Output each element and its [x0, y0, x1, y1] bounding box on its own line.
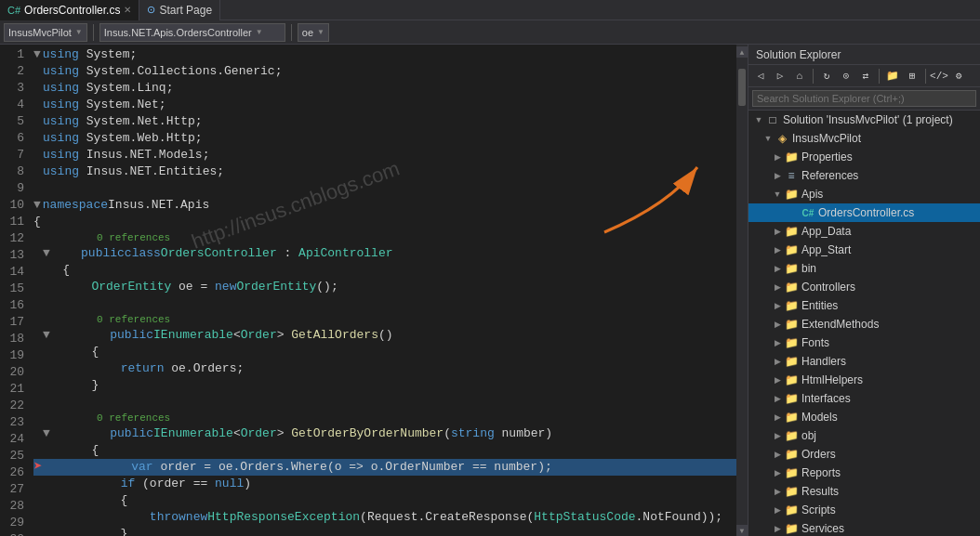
sidebar-item-services[interactable]: 📁 Services: [748, 519, 980, 536]
code-editor: 12345 678910 1112131415 1617181920 21222…: [0, 45, 736, 536]
solution-label: Solution 'InsusMvcPilot' (1 project): [783, 113, 953, 126]
sidebar-item-app-data[interactable]: 📁 App_Data: [748, 222, 980, 241]
folder-icon-interfaces: 📁: [784, 391, 799, 406]
models-label: Models: [801, 411, 838, 424]
se-search-input[interactable]: [752, 90, 976, 107]
sidebar-item-references[interactable]: ≡ References: [748, 166, 980, 185]
folder-icon-appstart: 📁: [784, 242, 799, 257]
folder-icon-results: 📁: [784, 484, 799, 499]
tab-close-orders[interactable]: ✕: [124, 5, 131, 15]
references-label: References: [801, 169, 858, 182]
code-line: {: [33, 344, 736, 360]
chevron-fonts: [771, 336, 784, 349]
scroll-down-btn[interactable]: ▼: [736, 525, 748, 536]
code-content[interactable]: ▼using System; using System.Collections.…: [30, 46, 736, 536]
sidebar-item-orders-cs[interactable]: C# OrdersController.cs: [748, 203, 980, 222]
folder-icon-fonts: 📁: [784, 335, 799, 350]
code-line: [33, 394, 736, 411]
bin-label: bin: [801, 262, 816, 275]
code-line: ▼ public IEnumerable<Order> GetAllOrders…: [33, 327, 736, 344]
sidebar-item-reports[interactable]: 📁 Reports: [748, 464, 980, 482]
class-dropdown[interactable]: Insus.NET.Apis.OrdersController ▼: [99, 23, 285, 42]
se-home-btn[interactable]: ⌂: [791, 68, 808, 85]
code-line: return oe.Orders;: [33, 360, 736, 377]
sidebar-item-results[interactable]: 📁 Results: [748, 482, 980, 501]
code-lines: 12345 678910 1112131415 1617181920 21222…: [0, 45, 736, 536]
se-code-view-btn[interactable]: </>: [931, 68, 947, 85]
chevron-obj: [771, 429, 784, 442]
se-back-btn[interactable]: ◁: [752, 68, 769, 85]
chevron-html-helpers: [771, 373, 784, 386]
code-line: }: [33, 526, 736, 536]
scripts-label: Scripts: [801, 503, 836, 516]
folder-icon-scripts: 📁: [784, 503, 799, 517]
folder-icon-controllers: 📁: [784, 280, 799, 294]
sidebar-item-html-helpers[interactable]: 📁 HtmlHelpers: [748, 371, 980, 389]
reports-label: Reports: [801, 466, 841, 479]
code-line: {: [33, 492, 736, 509]
sidebar-item-bin[interactable]: 📁 bin: [748, 259, 980, 278]
sidebar-item-entities[interactable]: 📁 Entities: [748, 296, 980, 315]
sidebar-item-obj[interactable]: 📁 obj: [748, 426, 980, 445]
tab-orders-label: OrdersController.cs: [24, 4, 120, 17]
sidebar-item-handlers[interactable]: 📁 Handlers: [748, 352, 980, 371]
member-dropdown[interactable]: oe ▼: [298, 23, 329, 42]
se-sync-btn[interactable]: ⇄: [857, 68, 874, 85]
sidebar-item-interfaces[interactable]: 📁 Interfaces: [748, 389, 980, 408]
sidebar-item-solution[interactable]: □ Solution 'InsusMvcPilot' (1 project): [748, 111, 980, 129]
sidebar-item-project[interactable]: ◈ InsusMvcPilot: [748, 129, 980, 148]
se-refresh-btn[interactable]: ↻: [818, 68, 835, 85]
cs-file-icon: C#: [801, 205, 815, 220]
scroll-up-btn[interactable]: ▲: [736, 46, 748, 58]
start-icon: ⊙: [147, 4, 155, 16]
sidebar-item-extend-methods[interactable]: 📁 ExtendMethods: [748, 315, 980, 333]
code-line: ▼namespace Insus.NET.Apis: [33, 197, 736, 214]
se-sep-1: [813, 69, 814, 84]
extend-methods-label: ExtendMethods: [801, 318, 879, 331]
editor-scrollbar[interactable]: ▲ ▼: [736, 45, 748, 536]
tab-start-page[interactable]: ⊙ Start Page: [139, 0, 220, 20]
references-icon: ≡: [784, 168, 799, 183]
sidebar-item-models[interactable]: 📁 Models: [748, 408, 980, 426]
orders-folder-label: Orders: [801, 448, 836, 461]
results-label: Results: [801, 485, 839, 498]
folder-icon-obj: 📁: [784, 428, 799, 443]
member-dropdown-label: oe: [302, 27, 313, 38]
orders-cs-label: OrdersController.cs: [818, 206, 914, 219]
sidebar-item-app-start[interactable]: 📁 App_Start: [748, 241, 980, 259]
sidebar-item-properties[interactable]: 📁 Properties: [748, 148, 980, 166]
entities-label: Entities: [801, 299, 838, 312]
ref-label-16: 0 references: [33, 312, 736, 327]
ref-label-12: 0 references: [33, 230, 736, 245]
se-sep-3: [925, 69, 926, 84]
chevron-bin: [771, 262, 784, 275]
se-properties-btn[interactable]: ⚙: [950, 68, 967, 85]
se-forward-btn[interactable]: ▷: [772, 68, 788, 85]
sidebar-item-orders[interactable]: 📁 Orders: [748, 445, 980, 464]
sidebar-item-controllers[interactable]: 📁 Controllers: [748, 278, 980, 296]
tab-orders-controller[interactable]: C# OrdersController.cs ✕: [0, 0, 139, 20]
code-line: using Insus.NET.Models;: [33, 147, 736, 163]
chevron-interfaces: [771, 392, 784, 405]
se-new-folder-btn[interactable]: 📁: [884, 68, 901, 85]
chevron-solution: [752, 113, 765, 126]
folder-icon-html: 📁: [784, 373, 799, 387]
main-content: 12345 678910 1112131415 1617181920 21222…: [0, 45, 980, 536]
project-dropdown[interactable]: InsusMvcPilot ▼: [4, 23, 87, 42]
scroll-track[interactable]: [738, 59, 746, 523]
sidebar-item-fonts[interactable]: 📁 Fonts: [748, 333, 980, 352]
project-label: InsusMvcPilot: [792, 132, 861, 145]
scroll-thumb[interactable]: [738, 69, 746, 106]
sidebar-item-apis[interactable]: 📁 Apis: [748, 185, 980, 203]
folder-icon-models: 📁: [784, 410, 799, 425]
se-show-all-btn[interactable]: ⊞: [904, 68, 920, 85]
chevron-references: [771, 169, 784, 182]
chevron-orders: [771, 448, 784, 461]
se-stop-btn[interactable]: ⊙: [838, 68, 854, 85]
folder-icon-services: 📁: [784, 521, 799, 536]
html-helpers-label: HtmlHelpers: [801, 373, 863, 386]
toolbar-separator-2: [291, 24, 292, 41]
code-line: throw new HttpResponseException(Request.…: [33, 509, 736, 526]
sidebar-item-scripts[interactable]: 📁 Scripts: [748, 501, 980, 519]
project-icon: ◈: [775, 131, 789, 146]
